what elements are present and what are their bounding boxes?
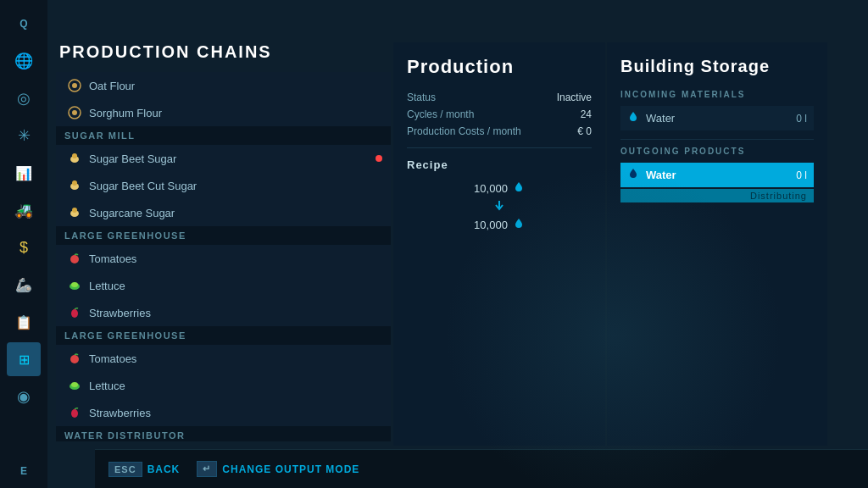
incoming-water-row: Water 0 l xyxy=(620,106,814,130)
storage-panel: Building Storage INCOMING MATERIALS Wate… xyxy=(607,42,827,446)
globe2-icon: ◉ xyxy=(17,387,31,406)
sidebar-btn-tractor[interactable]: 🚜 xyxy=(7,193,41,227)
storage-title: Building Storage xyxy=(620,56,814,76)
chain-item-label: Tomatoes xyxy=(89,252,136,265)
lettuce-icon xyxy=(67,278,82,293)
svg-point-10 xyxy=(70,255,79,263)
sugar2-icon xyxy=(67,178,82,193)
outgoing-water-value: 0 l xyxy=(796,169,807,181)
recipe-title: Recipe xyxy=(407,158,592,171)
separator-greenhouse-1: LARGE GREENHOUSE xyxy=(56,226,391,245)
chain-item-tomatoes-1[interactable]: Tomatoes xyxy=(56,245,391,272)
chain-item-sugar-beet-sugar[interactable]: Sugar Beet Sugar xyxy=(56,145,391,172)
svg-point-14 xyxy=(70,355,79,363)
status-row: Status Inactive xyxy=(407,92,592,103)
berry2-icon xyxy=(67,405,82,420)
sidebar-btn-steering[interactable]: ◎ xyxy=(7,81,41,115)
chains-title: PRODUCTION CHAINS xyxy=(56,42,391,62)
arm-icon: 🦾 xyxy=(15,277,32,293)
water-drop-icon xyxy=(513,181,525,196)
svg-point-17 xyxy=(71,409,78,418)
chain-item-strawberries-1[interactable]: Strawberries xyxy=(56,299,391,326)
chain-item-tomatoes-2[interactable]: Tomatoes xyxy=(56,345,391,372)
chain-item-lettuce-1[interactable]: Lettuce xyxy=(56,272,391,299)
alert-dot xyxy=(376,155,382,162)
lettuce2-icon xyxy=(67,378,82,393)
cycles-value: 24 xyxy=(581,108,592,120)
water-drop2-icon xyxy=(513,218,525,232)
chain-item-label: Strawberries xyxy=(89,407,151,419)
chain-item-oat-flour[interactable]: Oat Flour xyxy=(56,72,391,99)
sidebar-btn-e[interactable]: E xyxy=(7,454,41,488)
chain-item-label: Sugarcane Sugar xyxy=(89,207,175,219)
chain-item-lettuce-2[interactable]: Lettuce xyxy=(56,372,391,399)
sidebar-btn-globe[interactable]: 🌐 xyxy=(7,44,41,78)
back-label: BACK xyxy=(147,463,181,475)
chain-item-label: Lettuce xyxy=(89,280,125,292)
enter-key: ↵ xyxy=(197,461,217,477)
change-output-button[interactable]: ↵ CHANGE OUTPUT MODE xyxy=(197,461,359,477)
sidebar-btn-chart[interactable]: 📊 xyxy=(7,156,41,190)
chains-icon: ⊞ xyxy=(19,352,30,368)
costs-row: Production Costs / month € 0 xyxy=(407,125,592,137)
svg-point-9 xyxy=(72,208,77,213)
incoming-label: INCOMING MATERIALS xyxy=(620,90,814,99)
chain-item-label: Sugar Beet Sugar xyxy=(89,152,176,165)
chain-item-label: Tomatoes xyxy=(89,352,136,365)
chain-item-label: Strawberries xyxy=(89,307,151,319)
chains-list[interactable]: Oat Flour Sorghum Flour SUGAR MILL Sugar… xyxy=(56,72,391,441)
section-divider xyxy=(620,139,814,140)
svg-point-1 xyxy=(72,83,77,88)
outgoing-water-row[interactable]: Water 0 l xyxy=(620,163,814,187)
cycles-row: Cycles / month 24 xyxy=(407,108,592,120)
svg-point-3 xyxy=(72,110,77,115)
esc-key: ESC xyxy=(108,462,142,477)
steering-icon: ◎ xyxy=(17,89,31,108)
sugar3-icon xyxy=(67,205,82,220)
sidebar: Q 🌐 ◎ ✳ 📊 🚜 $ 🦾 📋 ⊞ ◉ E xyxy=(0,0,47,488)
back-button[interactable]: ESC BACK xyxy=(108,462,180,477)
sidebar-btn-q[interactable]: Q xyxy=(7,7,41,41)
book-icon: 📋 xyxy=(15,314,32,330)
incoming-water-value: 0 l xyxy=(796,113,807,125)
chain-item-sugar-beet-cut[interactable]: Sugar Beet Cut Sugar xyxy=(56,172,391,199)
production-title: Production xyxy=(407,56,592,78)
chain-item-label: Lettuce xyxy=(89,380,125,392)
distributing-badge: Distributing xyxy=(620,189,814,202)
svg-point-16 xyxy=(71,382,78,387)
sidebar-btn-sun[interactable]: ✳ xyxy=(7,119,41,152)
separator-water-distributor: WATER DISTRIBUTOR xyxy=(56,426,391,441)
separator-greenhouse-2: LARGE GREENHOUSE xyxy=(56,326,391,345)
outgoing-water-name: Water xyxy=(646,169,789,181)
grain2-icon xyxy=(67,105,82,120)
bottom-bar: ESC BACK ↵ CHANGE OUTPUT MODE xyxy=(95,449,868,488)
chain-item-sugarcane[interactable]: Sugarcane Sugar xyxy=(56,199,391,226)
chain-item-label: Sorghum Flour xyxy=(89,107,162,119)
svg-point-7 xyxy=(72,180,77,186)
grain-icon xyxy=(67,78,82,93)
q-icon: Q xyxy=(19,18,27,30)
recipe-input-value: 10,000 xyxy=(474,182,508,195)
status-label: Status xyxy=(407,92,436,103)
sidebar-btn-coin[interactable]: $ xyxy=(7,230,41,264)
tomato2-icon xyxy=(67,351,82,366)
recipe-output: 10,000 xyxy=(474,218,525,232)
chart-icon: 📊 xyxy=(15,165,32,181)
chain-item-sorghum-flour[interactable]: Sorghum Flour xyxy=(56,99,391,126)
recipe-arrow-icon xyxy=(491,199,508,214)
sidebar-btn-arm[interactable]: 🦾 xyxy=(7,268,41,302)
incoming-water-name: Water xyxy=(646,112,789,125)
sidebar-btn-chains[interactable]: ⊞ xyxy=(7,342,41,376)
status-value: Inactive xyxy=(557,92,592,103)
separator-sugar-mill: SUGAR MILL xyxy=(56,126,391,145)
mode-label: CHANGE OUTPUT MODE xyxy=(222,463,359,475)
berry-icon xyxy=(67,305,82,320)
main-content: PRODUCTION CHAINS Oat Flour Sorghum Flou… xyxy=(47,0,868,488)
sidebar-btn-globe2[interactable]: ◉ xyxy=(7,380,41,413)
sidebar-btn-book[interactable]: 📋 xyxy=(7,305,41,339)
e-icon: E xyxy=(20,465,27,477)
globe-icon: 🌐 xyxy=(14,52,33,70)
chain-item-strawberries-2[interactable]: Strawberries xyxy=(56,399,391,426)
recipe-output-value: 10,000 xyxy=(474,219,508,231)
svg-point-12 xyxy=(71,282,78,287)
